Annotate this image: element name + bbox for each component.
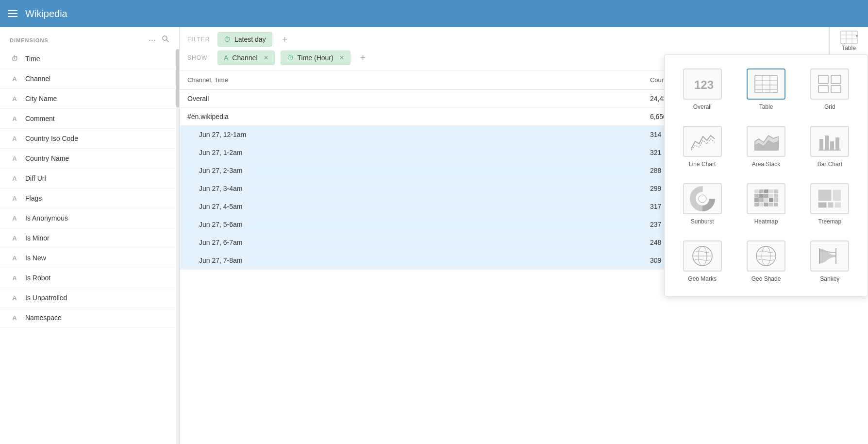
svg-rect-40 (759, 198, 764, 202)
viz-name-line-chart: Line Chart (689, 161, 716, 168)
svg-point-28 (699, 195, 706, 203)
search-button[interactable] (162, 35, 169, 45)
viz-name-table: Table (759, 103, 773, 110)
viz-icon-table (747, 68, 785, 100)
viz-icon-sankey (810, 240, 849, 272)
string-icon: A (10, 173, 19, 183)
content-area: Table FILTER ⏱ Latest day + SHOW A Chann… (180, 27, 868, 444)
sidebar-item-city-name[interactable]: ACity Name (0, 89, 179, 109)
sidebar-item-comment[interactable]: AComment (0, 109, 179, 129)
channel-chip[interactable]: A Channel ✕ (217, 51, 275, 65)
table-view-button[interactable]: Table (829, 27, 868, 54)
viz-item-grid[interactable]: Grid (802, 65, 858, 114)
dimension-label: Flags (25, 194, 42, 202)
svg-rect-53 (835, 202, 841, 208)
sidebar-item-flags[interactable]: AFlags (0, 188, 179, 208)
filter-row: FILTER ⏱ Latest day + (187, 32, 860, 47)
svg-rect-44 (754, 203, 759, 206)
menu-icon[interactable] (8, 10, 17, 17)
svg-rect-29 (754, 189, 759, 193)
time-hour-close-icon[interactable]: ✕ (339, 54, 344, 61)
svg-text:123: 123 (694, 78, 714, 91)
svg-rect-38 (774, 194, 778, 198)
dimension-label: City Name (25, 95, 57, 102)
add-show-button[interactable]: + (356, 51, 370, 65)
svg-rect-2 (841, 31, 857, 44)
dimension-label: Country Iso Code (25, 135, 78, 142)
string-icon: A (10, 233, 19, 243)
app-title: Wikipedia (25, 8, 67, 19)
viz-icon-heatmap (747, 183, 785, 214)
viz-item-treemap[interactable]: Treemap (802, 179, 858, 229)
viz-name-grid: Grid (824, 103, 835, 110)
string-icon: A (10, 94, 19, 103)
channel-icon: A (224, 54, 228, 62)
show-label: SHOW (187, 54, 212, 61)
viz-item-heatmap[interactable]: Heatmap (738, 179, 794, 229)
viz-name-sankey: Sankey (820, 275, 839, 282)
sidebar-item-is-anonymous[interactable]: AIs Anonymous (0, 208, 179, 228)
sidebar-item-time[interactable]: ⏱Time (0, 49, 179, 69)
viz-item-geo-marks[interactable]: Geo Marks (674, 237, 730, 286)
viz-name-treemap: Treemap (818, 218, 842, 225)
table-cell-label: Jun 27, 4-5am (180, 198, 642, 216)
svg-rect-23 (830, 141, 834, 150)
svg-rect-34 (754, 194, 759, 198)
viz-item-area-stack[interactable]: Area Stack (738, 122, 794, 171)
table-cell-label: Jun 27, 5-6am (180, 216, 642, 234)
clock-icon: ⏱ (224, 35, 231, 43)
dimension-label: Is Minor (25, 234, 50, 242)
clock-icon: ⏱ (10, 54, 19, 64)
svg-rect-36 (764, 194, 768, 198)
dimension-label: Diff Url (25, 174, 46, 182)
svg-rect-18 (831, 85, 841, 93)
viz-item-sankey[interactable]: Sankey (802, 237, 858, 286)
svg-rect-24 (835, 137, 839, 150)
svg-rect-39 (754, 198, 759, 202)
main-layout: DIMENSIONS ··· ⏱TimeAChannelACity NameAC… (0, 27, 868, 444)
time-hour-icon: ⏱ (287, 54, 294, 62)
string-icon: A (10, 273, 19, 283)
svg-rect-32 (769, 189, 773, 193)
channel-close-icon[interactable]: ✕ (264, 54, 268, 61)
viz-icon-overall: 123 (683, 68, 722, 100)
svg-rect-47 (769, 203, 773, 206)
sidebar-item-is-new[interactable]: AIs New (0, 248, 179, 268)
svg-rect-9 (755, 75, 777, 93)
sidebar-item-is-robot[interactable]: AIs Robot (0, 268, 179, 288)
viz-item-bar-chart[interactable]: Bar Chart (802, 122, 858, 171)
sidebar-item-diff-url[interactable]: ADiff Url (0, 169, 179, 188)
table-cell-label: #en.wikipedia (180, 108, 642, 126)
viz-item-geo-shade[interactable]: Geo Shade (738, 237, 794, 286)
viz-item-overall[interactable]: 123Overall (674, 65, 730, 114)
viz-icon-line-chart (683, 126, 722, 157)
sidebar-item-namespace[interactable]: ANamespace (0, 308, 179, 328)
sidebar-header: DIMENSIONS ··· (0, 27, 179, 49)
sidebar: DIMENSIONS ··· ⏱TimeAChannelACity NameAC… (0, 27, 180, 444)
viz-item-sunburst[interactable]: Sunburst (674, 179, 730, 229)
time-hour-chip[interactable]: ⏱ Time (Hour) ✕ (281, 51, 351, 65)
svg-rect-16 (831, 75, 841, 84)
latest-day-chip[interactable]: ⏱ Latest day (217, 32, 272, 47)
table-cell-label: Jun 27, 3-4am (180, 180, 642, 198)
sidebar-item-is-minor[interactable]: AIs Minor (0, 228, 179, 248)
svg-rect-33 (774, 189, 778, 193)
sidebar-item-country-name[interactable]: ACountry Name (0, 149, 179, 169)
sidebar-item-is-unpatrolled[interactable]: AIs Unpatrolled (0, 288, 179, 308)
viz-item-line-chart[interactable]: Line Chart (674, 122, 730, 171)
svg-rect-31 (764, 189, 768, 193)
more-options-button[interactable]: ··· (149, 35, 156, 45)
viz-panel: 123Overall Table Grid Line Chart Area St… (664, 54, 868, 296)
string-icon: A (10, 253, 19, 263)
sidebar-item-country-iso-code[interactable]: ACountry Iso Code (0, 129, 179, 149)
svg-rect-46 (764, 203, 768, 206)
latest-day-text: Latest day (234, 35, 266, 43)
viz-name-area-stack: Area Stack (752, 161, 781, 168)
svg-line-1 (167, 40, 168, 42)
sidebar-item-channel[interactable]: AChannel (0, 69, 179, 89)
svg-rect-52 (828, 202, 834, 208)
viz-item-table[interactable]: Table (738, 65, 794, 114)
table-icon (839, 30, 859, 45)
add-filter-button[interactable]: + (278, 33, 292, 46)
dimension-label: Is Unpatrolled (25, 294, 67, 302)
